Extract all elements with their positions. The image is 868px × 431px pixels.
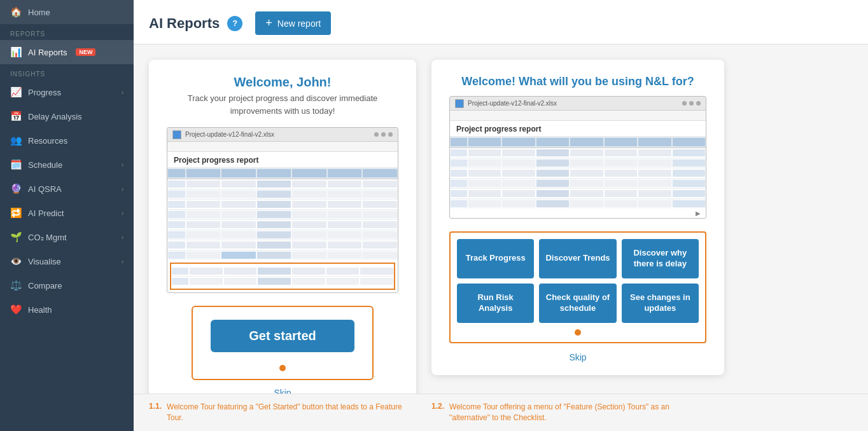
sidebar-item-label: AI Reports [28,48,67,57]
sidebar: 🏠 Home REPORTS 📊 AI Reports NEW INSIGHTS… [0,0,134,431]
skip-link-2[interactable]: Skip [569,352,586,362]
annotation-dot-1 [279,365,286,371]
card1-title: Welcome, John! [234,75,332,90]
orange-highlight-area-1 [170,263,395,290]
ai-predict-icon: 🔁 [10,207,22,219]
main-content: AI Reports ? + New report Welcome, John!… [134,0,868,431]
sidebar-item-label: Compare [28,281,62,291]
help-button[interactable]: ? [227,16,242,31]
sidebar-item-label: Home [28,8,50,17]
spreadsheet-toolbar-2 [450,111,706,121]
sidebar-item-label: Schedule [28,160,62,170]
spreadsheet-row [167,250,398,260]
cursor-indicator: ▶ [450,209,706,218]
chevron-right-icon: › [122,258,123,265]
card2-title: Welcome! What will you be using N&L for? [461,75,694,88]
sidebar-item-progress[interactable]: 📈 Progress › [0,80,134,104]
chevron-right-icon: › [122,161,123,168]
new-report-label: New report [277,18,321,29]
sidebar-item-ai-reports[interactable]: 📊 AI Reports NEW [0,40,134,64]
check-quality-button[interactable]: Check quality of schedule [539,284,616,323]
chevron-right-icon: › [122,89,123,96]
resources-icon: 👥 [10,135,22,146]
spreadsheet-row [167,230,398,240]
track-progress-button[interactable]: Track Progress [457,239,534,278]
caption-number-1: 1.1. [149,402,162,411]
caption-item-1: 1.1. Welcome Tour featuring a "Get Start… [149,402,416,423]
get-started-button[interactable]: Get started [211,320,354,352]
sidebar-item-health[interactable]: ❤️ Health [0,298,134,322]
spreadsheet-title-2: Project progress report [450,121,706,137]
spreadsheet-row-2 [450,168,706,179]
new-badge: NEW [76,48,95,56]
feature-buttons-highlight: Track Progress Discover Trends Discover … [449,231,706,343]
plus-icon: + [265,17,272,30]
caption-text-1: Welcome Tour featuring a "Get Started" b… [167,402,416,423]
skip-link-1[interactable]: Skip [274,388,291,393]
progress-icon: 📈 [10,86,22,98]
chevron-right-icon: › [122,186,123,193]
get-started-highlight: Get started [192,306,374,380]
spreadsheet-row [167,220,398,230]
ai-reports-icon: 📊 [10,46,22,58]
discover-delay-button[interactable]: Discover why there is delay [622,239,699,278]
ai-qsra-icon: 🔮 [10,183,22,195]
sidebar-item-compare[interactable]: ⚖️ Compare [0,273,134,298]
spreadsheet-row-2 [450,189,706,199]
spreadsheet-row [171,277,394,286]
visualise-icon: 👁️ [10,256,22,267]
annotation-dot-2 [575,329,581,336]
spreadsheet-row [167,210,398,220]
delay-analysis-icon: 📅 [10,111,22,122]
spreadsheet-row [171,266,394,277]
bottom-captions: 1.1. Welcome Tour featuring a "Get Start… [134,393,868,431]
spreadsheet-preview-1: Project-update-v12-final-v2.xlsx Project… [167,127,398,293]
schedule-icon: 🗓️ [10,159,22,170]
sidebar-item-label: Delay Analysis [28,112,82,121]
sidebar-item-resources[interactable]: 👥 Resources [0,128,134,153]
spreadsheet-row [167,179,398,189]
window-dot [381,132,386,137]
caption-number-2: 1.2. [431,402,444,411]
sidebar-item-home[interactable]: 🏠 Home [0,0,134,24]
spreadsheet-row-2 [450,158,706,168]
discover-trends-button[interactable]: Discover Trends [539,239,616,278]
spreadsheet-row [167,200,398,210]
sidebar-item-visualise[interactable]: 👁️ Visualise › [0,249,134,273]
home-icon: 🏠 [10,6,22,18]
sidebar-item-label: AI Predict [28,209,64,218]
sidebar-item-ai-qsra[interactable]: 🔮 AI QSRA › [0,177,134,201]
feature-buttons-grid: Track Progress Discover Trends Discover … [457,239,699,323]
run-risk-button[interactable]: Run Risk Analysis [457,284,534,323]
sidebar-item-label: Visualise [28,257,61,266]
welcome-card-2: Welcome! What will you be using N&L for?… [431,60,724,375]
spreadsheet-row-2 [450,199,706,209]
sidebar-item-ai-predict[interactable]: 🔁 AI Predict › [0,201,134,225]
sidebar-item-label: AI QSRA [28,184,62,194]
sidebar-item-label: Progress [28,88,61,97]
spreadsheet-title: Project progress report [167,152,398,168]
sidebar-item-label: CO₂ Mgmt [28,233,67,242]
spreadsheet-filename-2: Project-update-v12-final-v2.xlsx [468,100,557,107]
spreadsheet-header-2 [450,137,706,148]
sidebar-item-schedule[interactable]: 🗓️ Schedule › [0,153,134,177]
sidebar-item-co2-mgmt[interactable]: 🌱 CO₂ Mgmt › [0,225,134,249]
sidebar-section-reports: REPORTS [0,24,134,40]
sidebar-item-label: Health [28,305,52,315]
co2-icon: 🌱 [10,231,22,243]
see-changes-button[interactable]: See changes in updates [622,284,699,323]
page-title: AI Reports [149,15,220,32]
spreadsheet-row [167,189,398,200]
window-dot [388,132,393,137]
spreadsheet-row-2 [450,179,706,189]
spreadsheet-preview-2: Project-update-v12-final-v2.xlsx Project… [449,96,706,219]
new-report-button[interactable]: + New report [255,11,331,35]
sidebar-item-delay-analysis[interactable]: 📅 Delay Analysis [0,104,134,128]
page-header: AI Reports ? + New report [134,0,868,44]
cards-area: Welcome, John! Track your project progre… [134,44,868,393]
caption-text-2: Welcome Tour offering a menu of "Feature… [449,402,699,423]
sidebar-section-insights: INSIGHTS [0,64,134,80]
window-dot [696,101,701,106]
spreadsheet-toolbar [167,142,398,152]
spreadsheet-header [167,168,398,179]
